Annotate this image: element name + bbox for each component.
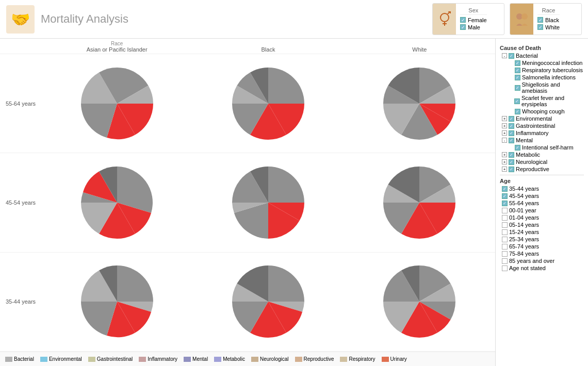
row-35-44: 35-44 years xyxy=(0,253,495,352)
cb-age-55-64[interactable]: ✓ xyxy=(502,201,508,206)
age-55-64[interactable]: ✓ 55-64 years xyxy=(500,200,584,206)
cb-resp-tb[interactable]: ✓ xyxy=(515,68,520,73)
age-45-54[interactable]: ✓ 45-54 years xyxy=(500,193,584,199)
female-label: Female xyxy=(468,17,487,23)
label-age-01-04: 01-04 years xyxy=(509,214,539,221)
col-header-white: White xyxy=(344,39,495,54)
cause-environmental[interactable]: + ✓ Environmental xyxy=(500,115,584,122)
cb-gastrointestinal[interactable]: ✓ xyxy=(509,123,514,129)
row-label-55-64: 55-64 years xyxy=(0,98,41,109)
white-checkbox[interactable] xyxy=(537,24,543,30)
race-icon[interactable] xyxy=(510,4,533,35)
cause-meningococcal[interactable]: ✓ Meningococcal infection xyxy=(500,60,584,66)
label-self-harm: Intentional self-harm xyxy=(522,144,574,151)
environmental-legend-label: Environmental xyxy=(49,356,82,362)
cb-age-25-34[interactable] xyxy=(502,237,508,242)
cause-scarlet[interactable]: ✓ Scarlet fever and erysipelas xyxy=(500,95,584,107)
cb-shigellosis[interactable]: ✓ xyxy=(515,85,520,91)
cb-neurological[interactable]: ✓ xyxy=(509,159,514,165)
expand-neurological[interactable]: + xyxy=(502,159,507,164)
row-label-45-54: 45-54 years xyxy=(0,197,41,208)
cb-meningococcal[interactable]: ✓ xyxy=(515,60,520,66)
cb-whooping[interactable]: ✓ xyxy=(515,109,520,114)
label-inflammatory: Inflammatory xyxy=(516,130,549,136)
expand-reproductive[interactable]: + xyxy=(502,167,507,172)
age-15-24[interactable]: 15-24 years xyxy=(500,229,584,235)
cb-metabolic[interactable]: ✓ xyxy=(509,152,514,158)
legend-reproductive: Reproductive xyxy=(295,356,334,362)
cause-shigellosis[interactable]: ✓ Shigellosis and amebiasis xyxy=(500,81,584,94)
gastrointestinal-color-swatch xyxy=(88,357,95,362)
cb-scarlet[interactable]: ✓ xyxy=(514,98,520,104)
black-checkbox[interactable] xyxy=(537,17,543,23)
logo-icon: 🤝 xyxy=(6,5,35,34)
sidebar: Cause of Death - ✓ Bacterial ✓ Meningoco… xyxy=(495,39,588,366)
cb-self-harm[interactable]: ✓ xyxy=(515,145,520,151)
cb-salmonella[interactable]: ✓ xyxy=(515,75,520,80)
sex-male[interactable]: Male xyxy=(460,24,487,30)
cb-age-45-54[interactable]: ✓ xyxy=(502,193,508,199)
age-01-04[interactable]: 01-04 years xyxy=(500,214,584,221)
age-25-34[interactable]: 25-34 years xyxy=(500,236,584,242)
cb-reproductive[interactable]: ✓ xyxy=(509,167,514,172)
cb-bacterial[interactable]: ✓ xyxy=(509,53,514,59)
urinary-color-swatch xyxy=(382,357,389,362)
pie-55-64-white xyxy=(344,61,495,146)
cb-age-35-44[interactable]: ✓ xyxy=(502,186,508,192)
female-checkbox[interactable] xyxy=(460,17,466,23)
cb-age-00-01[interactable] xyxy=(502,208,508,213)
race-white[interactable]: White xyxy=(537,24,560,30)
label-age-85-over: 85 years and over xyxy=(509,258,554,264)
cause-salmonella[interactable]: ✓ Salmonella infections xyxy=(500,74,584,80)
expand-metabolic[interactable]: + xyxy=(502,152,507,157)
cause-self-harm[interactable]: ✓ Intentional self-harm xyxy=(500,144,584,151)
cause-neurological[interactable]: + ✓ Neurological xyxy=(500,159,584,165)
cause-gastrointestinal[interactable]: + ✓ Gastrointestinal xyxy=(500,123,584,129)
sex-filter: Sex Female Male xyxy=(432,3,504,35)
expand-bacterial[interactable]: - xyxy=(502,53,507,58)
inflammatory-legend-label: Inflammatory xyxy=(148,356,177,362)
sex-female[interactable]: Female xyxy=(460,17,487,23)
label-reproductive: Reproductive xyxy=(516,166,549,172)
sidebar-divider xyxy=(500,175,584,175)
age-65-74[interactable]: 65-74 years xyxy=(500,243,584,249)
pie-45-54-asian xyxy=(41,160,192,245)
label-mental: Mental xyxy=(516,137,533,143)
label-environmental: Environmental xyxy=(516,115,552,122)
expand-environmental[interactable]: + xyxy=(502,116,507,121)
cb-age-65-74[interactable] xyxy=(502,244,508,249)
label-age-55-64: 55-64 years xyxy=(509,200,539,206)
expand-inflammatory[interactable]: + xyxy=(502,130,507,136)
age-05-14[interactable]: 05-14 years xyxy=(500,222,584,228)
bacterial-legend-label: Bacterial xyxy=(14,356,34,362)
label-bacterial: Bacterial xyxy=(516,53,538,59)
cb-age-not-stated[interactable] xyxy=(502,265,508,271)
cause-inflammatory[interactable]: + ✓ Inflammatory xyxy=(500,130,584,136)
age-75-84[interactable]: 75-84 years xyxy=(500,251,584,257)
cb-age-15-24[interactable] xyxy=(502,229,508,235)
age-35-44[interactable]: ✓ 35-44 years xyxy=(500,186,584,192)
expand-gastrointestinal[interactable]: + xyxy=(502,123,507,128)
race-black[interactable]: Black xyxy=(537,17,560,23)
cb-age-75-84[interactable] xyxy=(502,251,508,257)
cb-age-05-14[interactable] xyxy=(502,222,508,228)
cause-mental[interactable]: - ✓ Mental xyxy=(500,137,584,143)
age-85-over[interactable]: 85 years and over xyxy=(500,258,584,264)
cb-age-01-04[interactable] xyxy=(502,215,508,221)
cause-whooping[interactable]: ✓ Whooping cough xyxy=(500,108,584,114)
age-00-01[interactable]: 00-01 year xyxy=(500,207,584,213)
age-not-stated[interactable]: Age not stated xyxy=(500,265,584,271)
urinary-legend-label: Urinary xyxy=(390,356,407,362)
cause-resp-tb[interactable]: ✓ Respiratory tuberculosis xyxy=(500,67,584,73)
expand-mental[interactable]: - xyxy=(502,138,507,143)
cause-bacterial[interactable]: - ✓ Bacterial xyxy=(500,53,584,59)
cause-metabolic[interactable]: + ✓ Metabolic xyxy=(500,152,584,158)
cb-mental[interactable]: ✓ xyxy=(509,138,514,143)
male-checkbox[interactable] xyxy=(460,24,466,30)
cb-inflammatory[interactable]: ✓ xyxy=(509,130,514,136)
label-age-25-34: 25-34 years xyxy=(509,236,539,242)
cb-age-85-over[interactable] xyxy=(502,258,508,264)
sex-icon[interactable] xyxy=(433,4,456,35)
cause-reproductive[interactable]: + ✓ Reproductive xyxy=(500,166,584,172)
cb-environmental[interactable]: ✓ xyxy=(509,116,514,122)
